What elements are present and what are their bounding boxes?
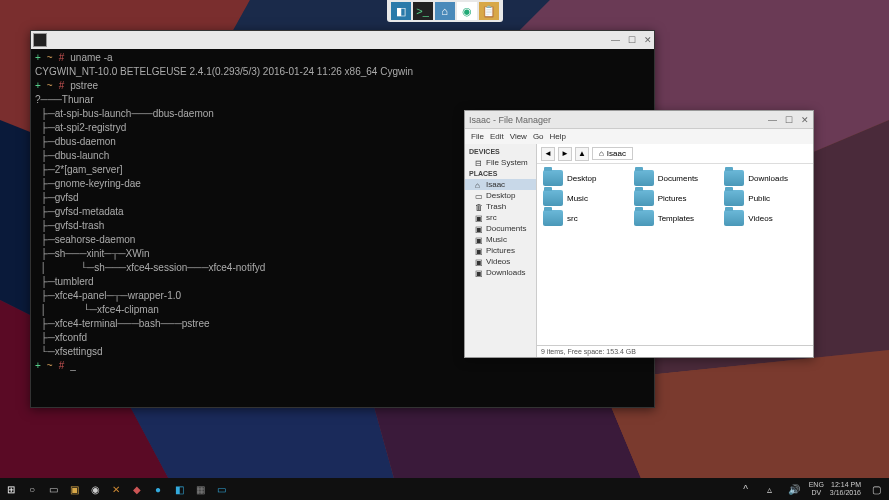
- breadcrumb-home[interactable]: ⌂Isaac: [592, 147, 633, 160]
- top-panel: ◧ >_ ⌂ ◉ 📋: [387, 0, 503, 22]
- fm-maximize-button[interactable]: ☐: [785, 115, 793, 125]
- folder-icon: [543, 190, 563, 206]
- app-taskbar-icon-4[interactable]: ▦: [191, 480, 209, 498]
- sidebar-devices-header: DEVICES: [465, 146, 536, 157]
- menu-view[interactable]: View: [510, 132, 527, 141]
- folder-icon: [724, 170, 744, 186]
- folder-icon: [724, 210, 744, 226]
- panel-terminal-icon[interactable]: >_: [413, 2, 433, 20]
- chrome-taskbar-icon[interactable]: ◉: [86, 480, 104, 498]
- sidebar-item-home[interactable]: ⌂Isaac: [465, 179, 536, 190]
- folder-icon: ▣: [475, 214, 483, 222]
- folder-documents[interactable]: Documents: [634, 170, 717, 186]
- folder-videos[interactable]: Videos: [724, 210, 807, 226]
- folder-icon: ▣: [475, 269, 483, 277]
- sidebar-item-videos[interactable]: ▣Videos: [465, 256, 536, 267]
- folder-icon: [543, 210, 563, 226]
- panel-browser-icon[interactable]: ◉: [457, 2, 477, 20]
- panel-home-icon[interactable]: ⌂: [435, 2, 455, 20]
- sidebar-item-downloads[interactable]: ▣Downloads: [465, 267, 536, 278]
- sidebar-item-music[interactable]: ▣Music: [465, 234, 536, 245]
- folder-icon: ▣: [475, 236, 483, 244]
- folder-icon: ▣: [475, 258, 483, 266]
- app-taskbar-icon-1[interactable]: ◆: [128, 480, 146, 498]
- sidebar-item-desktop[interactable]: ▭Desktop: [465, 190, 536, 201]
- folder-pictures[interactable]: Pictures: [634, 190, 717, 206]
- folder-icon: [543, 170, 563, 186]
- menu-edit[interactable]: Edit: [490, 132, 504, 141]
- file-manager-window: Isaac - File Manager — ☐ ✕ File Edit Vie…: [464, 110, 814, 358]
- terminal-minimize-button[interactable]: —: [611, 35, 620, 45]
- tray-volume-icon[interactable]: 🔊: [785, 480, 803, 498]
- panel-menu-icon[interactable]: ◧: [391, 2, 411, 20]
- task-view-button[interactable]: ▭: [44, 480, 62, 498]
- nav-back-button[interactable]: ◄: [541, 147, 555, 161]
- folder-icon: [634, 210, 654, 226]
- sidebar-item-trash[interactable]: 🗑Trash: [465, 201, 536, 212]
- file-manager-title: Isaac - File Manager: [469, 115, 551, 125]
- sidebar-item-documents[interactable]: ▣Documents: [465, 223, 536, 234]
- fm-close-button[interactable]: ✕: [801, 115, 809, 125]
- nav-up-button[interactable]: ▲: [575, 147, 589, 161]
- terminal-titlebar[interactable]: — ☐ ✕: [31, 31, 654, 49]
- fm-minimize-button[interactable]: —: [768, 115, 777, 125]
- windows-taskbar: ⊞ ○ ▭ ▣ ◉ ✕ ◆ ● ◧ ▦ ▭ ^ ▵ 🔊 ENG DV 12:14…: [0, 478, 889, 500]
- folder-icon: ▣: [475, 247, 483, 255]
- tray-chevron-up-icon[interactable]: ^: [737, 480, 755, 498]
- panel-files-icon[interactable]: 📋: [479, 2, 499, 20]
- terminal-output-pstree: ?───Thunar ├─at-spi-bus-launch───dbus-da…: [35, 94, 265, 357]
- start-button[interactable]: ⊞: [2, 480, 20, 498]
- terminal-command-2: pstree: [70, 80, 98, 91]
- terminal-command-1: uname -a: [70, 52, 112, 63]
- file-manager-icon-view[interactable]: Desktop Documents Downloads Music Pictur…: [537, 164, 813, 345]
- file-manager-sidebar: DEVICES ⊟File System PLACES ⌂Isaac ▭Desk…: [465, 144, 537, 357]
- folder-templates[interactable]: Templates: [634, 210, 717, 226]
- terminal-app-icon: [33, 33, 47, 47]
- folder-src[interactable]: src: [543, 210, 626, 226]
- menu-go[interactable]: Go: [533, 132, 544, 141]
- app-taskbar-icon-5[interactable]: ▭: [212, 480, 230, 498]
- app-taskbar-icon-3[interactable]: ◧: [170, 480, 188, 498]
- file-manager-toolbar: ◄ ► ▲ ⌂Isaac: [537, 144, 813, 164]
- home-icon: ⌂: [599, 149, 604, 158]
- xwin-taskbar-icon[interactable]: ✕: [107, 480, 125, 498]
- terminal-output-uname: CYGWIN_NT-10.0 BETELGEUSE 2.4.1(0.293/5/…: [35, 66, 413, 77]
- folder-downloads[interactable]: Downloads: [724, 170, 807, 186]
- sidebar-item-src[interactable]: ▣src: [465, 212, 536, 223]
- folder-icon: ▣: [475, 225, 483, 233]
- tray-language[interactable]: ENG DV: [809, 481, 824, 497]
- terminal-maximize-button[interactable]: ☐: [628, 35, 636, 45]
- sidebar-places-header: PLACES: [465, 168, 536, 179]
- tray-notifications-icon[interactable]: ▢: [867, 480, 885, 498]
- trash-icon: 🗑: [475, 203, 483, 211]
- search-button[interactable]: ○: [23, 480, 41, 498]
- folder-icon: [634, 190, 654, 206]
- folder-icon: [724, 190, 744, 206]
- folder-desktop[interactable]: Desktop: [543, 170, 626, 186]
- explorer-taskbar-icon[interactable]: ▣: [65, 480, 83, 498]
- app-taskbar-icon-2[interactable]: ●: [149, 480, 167, 498]
- file-manager-main: ◄ ► ▲ ⌂Isaac Desktop Documents Downloads…: [537, 144, 813, 357]
- desktop-icon: ▭: [475, 192, 483, 200]
- sidebar-item-filesystem[interactable]: ⊟File System: [465, 157, 536, 168]
- tray-clock[interactable]: 12:14 PM 3/16/2016: [830, 481, 861, 497]
- file-manager-titlebar[interactable]: Isaac - File Manager — ☐ ✕: [465, 111, 813, 129]
- terminal-cursor: _: [70, 360, 76, 371]
- terminal-close-button[interactable]: ✕: [644, 35, 652, 45]
- tray-network-icon[interactable]: ▵: [761, 480, 779, 498]
- folder-music[interactable]: Music: [543, 190, 626, 206]
- file-manager-menubar: File Edit View Go Help: [465, 129, 813, 144]
- drive-icon: ⊟: [475, 159, 483, 167]
- sidebar-item-pictures[interactable]: ▣Pictures: [465, 245, 536, 256]
- home-icon: ⌂: [475, 181, 483, 189]
- folder-icon: [634, 170, 654, 186]
- nav-forward-button[interactable]: ►: [558, 147, 572, 161]
- file-manager-statusbar: 9 items, Free space: 153.4 GB: [537, 345, 813, 357]
- menu-file[interactable]: File: [471, 132, 484, 141]
- folder-public[interactable]: Public: [724, 190, 807, 206]
- menu-help[interactable]: Help: [550, 132, 566, 141]
